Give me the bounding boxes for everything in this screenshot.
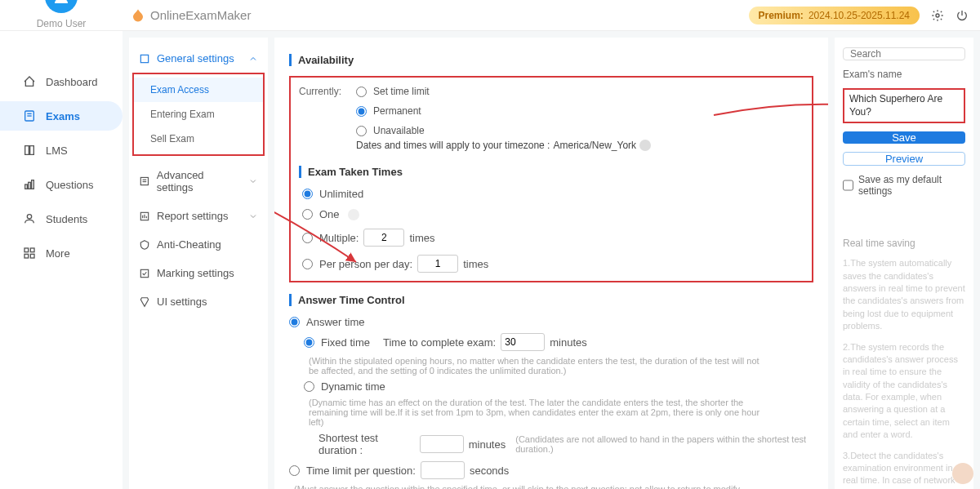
premium-badge: Premium: 2024.10.25-2025.11.24 — [749, 7, 920, 24]
exam-name-value: Which Superhero Are You? — [843, 88, 965, 123]
settings-sidebar: General settings Exam Access Entering Ex… — [129, 38, 268, 489]
availability-heading: Availability — [289, 54, 813, 66]
exam-times-heading: Exam Taken Times — [299, 166, 804, 178]
svg-rect-11 — [30, 248, 34, 252]
timezone-note: Dates and times will apply to your timez… — [356, 140, 804, 151]
radio-permanent[interactable]: Permanent — [356, 105, 430, 117]
answer-time-heading: Answer Time Control — [289, 294, 813, 306]
radio-dynamic-time[interactable]: Dynamic time (Dynamic time has an effect… — [304, 380, 813, 427]
realtime-3: 3.Detect the candidates's examination en… — [843, 450, 965, 489]
save-default-checkbox[interactable]: Save as my default settings — [843, 174, 965, 197]
right-panel: Exam's name Which Superhero Are You? Sav… — [835, 38, 973, 489]
radio-answer-time[interactable]: Answer time — [289, 316, 813, 328]
currently-label: Currently: — [299, 86, 356, 97]
nav-students[interactable]: Students — [0, 204, 122, 233]
nav-more[interactable]: More — [0, 238, 122, 268]
svg-rect-8 — [32, 180, 34, 189]
section-ui[interactable]: UI settings — [129, 287, 268, 316]
preview-button[interactable]: Preview — [843, 152, 965, 166]
nav-questions[interactable]: Questions — [0, 170, 122, 199]
username: Demo User — [0, 18, 122, 29]
svg-rect-22 — [140, 269, 148, 277]
fixed-minutes-input[interactable] — [501, 333, 545, 351]
section-anticheating[interactable]: Anti-Cheating — [129, 230, 268, 259]
exam-name-label: Exam's name — [843, 69, 965, 80]
radio-unlimited[interactable]: Unlimited — [302, 188, 804, 200]
svg-rect-7 — [29, 182, 31, 189]
section-marking[interactable]: Marking settings — [129, 259, 268, 287]
radio-fixed-time[interactable]: Fixed time Time to complete exam: minute… — [304, 333, 813, 376]
left-nav: Dashboard Exams LMS Questions Students M… — [0, 31, 122, 489]
content-panel: Availability Currently: Set time limit P… — [274, 38, 828, 489]
per-person-input[interactable] — [417, 255, 458, 273]
nav-dashboard[interactable]: Dashboard — [0, 67, 122, 96]
section-general[interactable]: General settings — [129, 44, 268, 73]
radio-limit-per-question[interactable]: Time limit per question: seconds (Must a… — [289, 461, 813, 489]
svg-point-9 — [27, 215, 31, 219]
section-advanced[interactable]: Advanced settings — [129, 161, 268, 202]
realtime-1: 1.The system automatically saves the can… — [843, 257, 965, 332]
help-icon[interactable] — [348, 209, 359, 220]
nav-exams[interactable]: Exams — [0, 101, 122, 131]
chat-avatar-icon[interactable] — [952, 463, 973, 484]
power-icon[interactable] — [956, 9, 969, 22]
nav-lms[interactable]: LMS — [0, 136, 122, 165]
radio-per-person[interactable]: Per person per day:times — [302, 255, 804, 273]
general-sublist: Exam Access Entering Exam Sell Exam — [132, 73, 265, 156]
radio-multiple[interactable]: Multiple:times — [302, 229, 804, 247]
radio-unavailable[interactable]: Unavailable — [356, 125, 430, 136]
svg-rect-10 — [24, 248, 29, 252]
shortest-row: Shortest test duration : minutes (Candid… — [318, 432, 813, 456]
svg-rect-12 — [24, 254, 29, 258]
multiple-input[interactable] — [363, 229, 404, 247]
limit-per-q-input[interactable] — [421, 461, 465, 479]
subitem-sell-exam[interactable]: Sell Exam — [134, 127, 263, 151]
brand-logo-icon — [131, 8, 145, 23]
help-icon[interactable] — [639, 140, 651, 151]
radio-one[interactable]: One — [302, 208, 804, 220]
availability-box: Currently: Set time limit Permanent Unav… — [289, 76, 813, 282]
save-button[interactable]: Save — [843, 131, 965, 144]
shortest-input[interactable] — [420, 435, 464, 453]
chevron-down-icon — [248, 211, 258, 221]
svg-rect-6 — [25, 184, 28, 189]
avatar[interactable] — [45, 0, 78, 13]
section-report[interactable]: Report settings — [129, 202, 268, 230]
chevron-down-icon — [248, 176, 258, 186]
realtime-heading: Real time saving — [843, 238, 965, 249]
search-input[interactable] — [843, 47, 965, 60]
subitem-entering-exam[interactable]: Entering Exam — [134, 102, 263, 127]
svg-rect-14 — [140, 55, 148, 62]
subitem-exam-access[interactable]: Exam Access — [134, 78, 263, 102]
svg-rect-13 — [30, 254, 34, 258]
radio-set-time-limit[interactable]: Set time limit — [356, 86, 430, 97]
chevron-up-icon — [248, 54, 258, 64]
brand-name: OnlineExamMaker — [150, 8, 251, 22]
svg-point-2 — [936, 14, 939, 17]
realtime-2: 2.The system records the candidates's an… — [843, 341, 965, 442]
gear-icon[interactable] — [931, 9, 944, 22]
